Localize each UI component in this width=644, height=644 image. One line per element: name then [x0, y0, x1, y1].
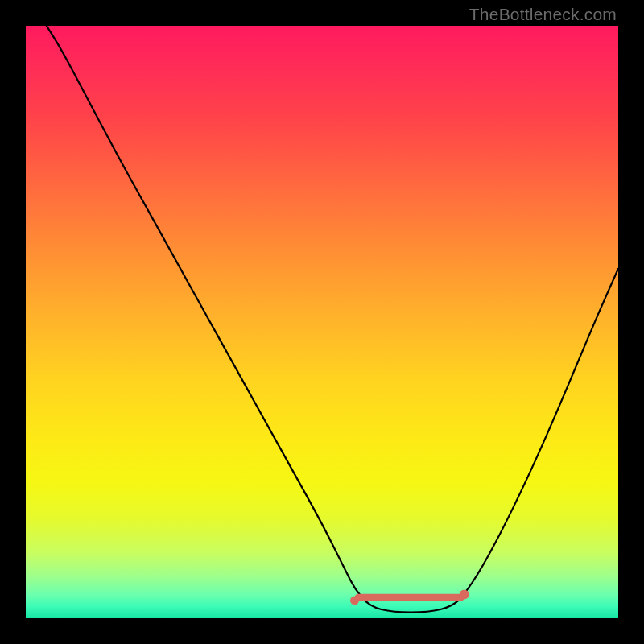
plot-area	[26, 26, 618, 618]
highlight-end-dot	[460, 590, 469, 600]
highlight-bar	[355, 594, 464, 601]
chart-frame: TheBottleneck.com	[0, 0, 644, 644]
plot-svg	[26, 26, 618, 618]
bottleneck-curve	[47, 26, 618, 613]
watermark-text: TheBottleneck.com	[469, 5, 617, 24]
